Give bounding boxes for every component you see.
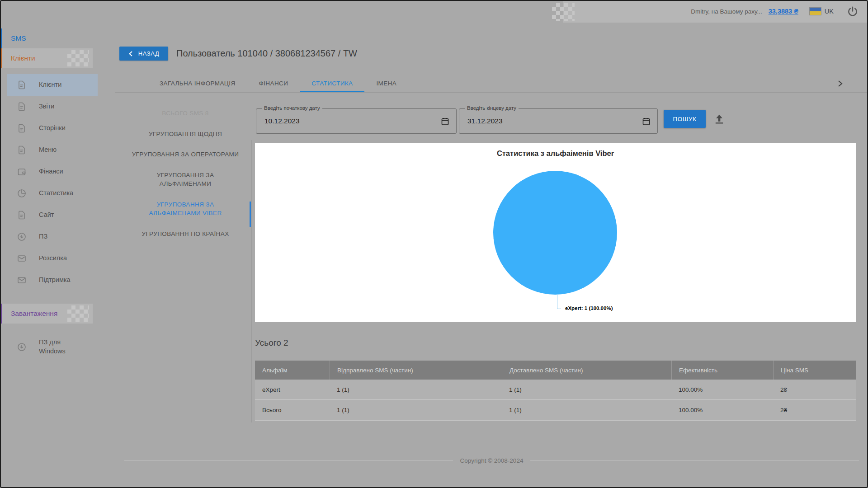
end-date-field: Введіть кінцеву дату [459, 108, 658, 134]
subnav-group-by-countries[interactable]: УГРУПОВАННЯ ПО КРАЇНАХ [129, 224, 241, 244]
page-title: Пользователь 101040 / 380681234567 / TW [176, 48, 357, 59]
pixel-decoration [552, 3, 575, 21]
language-selector[interactable]: UK [809, 7, 834, 15]
section-accent-bar [0, 304, 2, 324]
column-header-alphaname: Альфаїм [255, 361, 330, 380]
subnav-active-indicator [250, 202, 251, 227]
pie-chart-panel: Статистика з альфаіменів Viber eXpert: 1… [255, 143, 856, 322]
start-date-input[interactable] [264, 109, 403, 133]
content-divider [251, 140, 252, 422]
pie-chart-icon [16, 188, 27, 199]
sidebar-section-sms[interactable]: SMS [0, 28, 115, 48]
statistics-subnav: ВСЬОГО SMS 8 УГРУПОВАННЯ ЩОДНЯ УГРУПОВАН… [122, 103, 249, 244]
download-icon [16, 342, 27, 352]
sidebar-item-mailing[interactable]: Розсилка [7, 248, 98, 269]
sidebar-item-label: Меню [39, 145, 57, 155]
footer-divider [530, 460, 859, 461]
start-date-field: Введіть початкову дату [256, 108, 457, 134]
sidebar-section-downloads[interactable]: Завантаження [0, 304, 93, 324]
subnav-group-by-alphanames[interactable]: УГРУПОВАННЯ ЗА АЛЬФАІМЕНАМИ [129, 165, 241, 194]
tab-bar: ЗАГАЛЬНА ІНФОРМАЦІЯ ФІНАНСИ СТАТИСТИКА І… [115, 75, 868, 93]
power-icon [847, 5, 859, 17]
sidebar-item-software[interactable]: ПЗ [7, 226, 98, 248]
end-date-input[interactable] [467, 109, 605, 133]
callout-line [557, 309, 561, 309]
back-button[interactable]: НАЗАД [119, 47, 168, 61]
cell-sent: 1 (1) [330, 380, 502, 399]
subnav-group-by-alphanames-viber[interactable]: УГРУПОВАННЯ ЗА АЛЬФАІМЕНАМИ VIBER [129, 194, 241, 224]
sidebar-item-statistics[interactable]: Статистика [7, 183, 98, 204]
cell-price: 2₴ [773, 380, 856, 399]
user-greeting: Dmitry, на Вашому раху... [691, 8, 762, 15]
sidebar-item-label: Статистика [39, 189, 73, 198]
cell-efficiency: 100.00% [671, 400, 773, 420]
subnav-group-daily[interactable]: УГРУПОВАННЯ ЩОДНЯ [129, 124, 241, 145]
logout-button[interactable] [846, 5, 859, 18]
footer: Copyright © 2008-2024 [115, 457, 868, 464]
sidebar-item-pages[interactable]: Сторінки [7, 117, 98, 139]
tab-finances[interactable]: ФІНАНСИ [247, 75, 300, 92]
ukraine-flag-icon [809, 7, 821, 15]
sidebar-item-label: Фінанси [39, 167, 63, 176]
callout-line [557, 295, 557, 309]
upload-export-icon [713, 113, 726, 125]
mail-icon [16, 253, 27, 264]
sidebar: SMS Клієнти Клієнти Звіти Сторінки Меню … [0, 25, 115, 488]
statistics-table: Альфаїм Відправлено SMS (частин) Доставл… [255, 361, 856, 421]
language-label: UK [825, 8, 834, 15]
column-header-efficiency: Ефективність [671, 361, 773, 380]
section-label: SMS [11, 34, 26, 42]
tab-names[interactable]: ІМЕНА [364, 75, 408, 92]
tabs-overflow-button[interactable] [835, 79, 844, 88]
calendar-icon[interactable] [642, 117, 651, 126]
document-icon [16, 210, 27, 221]
cell-alphaname: eXpert [255, 380, 330, 399]
column-header-sent: Відправлено SMS (частин) [330, 361, 502, 380]
totals-heading: Усього 2 [255, 338, 288, 348]
sidebar-menu: Клієнти Звіти Сторінки Меню Фінанси Стат… [0, 74, 115, 291]
chevron-right-icon [835, 79, 844, 88]
pixel-decoration [67, 50, 89, 66]
sidebar-item-site[interactable]: Сайт [7, 204, 98, 226]
topbar-account-area: Dmitry, на Вашому раху... 33,3883 ₴ UK [563, 0, 868, 23]
sidebar-item-menu[interactable]: Меню [7, 139, 98, 161]
sidebar-item-clients[interactable]: Клієнти [7, 74, 98, 96]
sidebar-item-windows-software[interactable]: ПЗ для Windows [7, 333, 98, 361]
document-icon [16, 145, 27, 155]
column-header-price: Ціна SMS [773, 361, 856, 380]
back-button-label: НАЗАД [138, 50, 160, 57]
sidebar-section-clients[interactable]: Клієнти [0, 48, 93, 68]
section-accent-bar [0, 48, 2, 68]
document-icon [16, 123, 27, 134]
footer-divider [124, 460, 453, 461]
sidebar-item-label: Сайт [39, 211, 54, 220]
sidebar-item-label: Звіти [39, 102, 54, 111]
section-label: Завантаження [11, 310, 57, 318]
table-row: eXpert 1 (1) 1 (1) 100.00% 2₴ [255, 380, 856, 400]
pixel-decoration [67, 305, 89, 322]
sidebar-item-finances[interactable]: Фінанси [7, 161, 98, 183]
sidebar-item-support[interactable]: Підтримка [7, 269, 98, 291]
chart-title: Статистика з альфаіменів Viber [255, 143, 856, 158]
cell-alphaname: Всього [255, 400, 330, 420]
subnav-group-by-operators[interactable]: УГРУПОВАННЯ ЗА ОПЕРАТОРАМИ [129, 144, 241, 165]
wallet-icon [16, 166, 27, 177]
section-accent-bar [0, 28, 2, 48]
pie-slice-label: eXpert: 1 (100.00%) [565, 305, 613, 311]
cell-delivered: 1 (1) [502, 400, 671, 420]
search-button[interactable]: ПОШУК [664, 110, 706, 128]
balance-link[interactable]: 33,3883 ₴ [769, 8, 798, 15]
subnav-total-sms: ВСЬОГО SMS 8 [129, 103, 241, 124]
mail-icon [16, 275, 27, 286]
cell-efficiency: 100.00% [671, 380, 773, 399]
sidebar-item-label: Клієнти [39, 80, 61, 89]
sidebar-item-label: ПЗ [39, 232, 47, 241]
section-label: Клієнти [11, 54, 35, 62]
tab-general-info[interactable]: ЗАГАЛЬНА ІНФОРМАЦІЯ [148, 75, 247, 92]
table-header-row: Альфаїм Відправлено SMS (частин) Доставл… [255, 361, 856, 380]
export-button[interactable] [713, 113, 726, 125]
download-icon [16, 231, 27, 242]
sidebar-item-reports[interactable]: Звіти [7, 96, 98, 117]
tab-statistics[interactable]: СТАТИСТИКА [300, 75, 364, 92]
calendar-icon[interactable] [440, 117, 450, 126]
